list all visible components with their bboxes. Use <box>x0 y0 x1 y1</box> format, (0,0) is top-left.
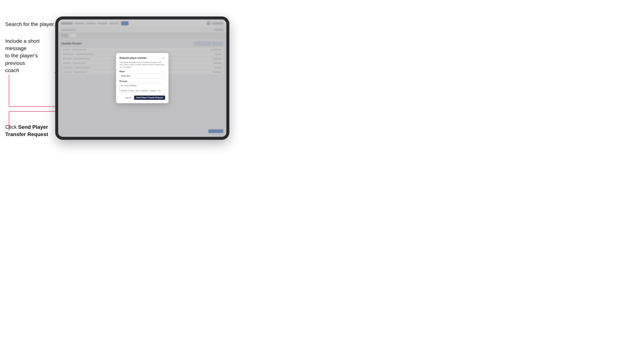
modal-description: If the player is transferring from anoth… <box>120 61 165 68</box>
transfer-request-modal: Request player transfer ✕ If the player … <box>116 53 168 103</box>
modal-header: Request player transfer ✕ <box>120 56 165 59</box>
send-transfer-button[interactable]: Send Player Transfer Request <box>134 96 165 100</box>
annotation-click: Click Send Player Transfer Request <box>5 123 54 138</box>
player-label: Player <box>120 70 165 73</box>
tablet-screen: Update Roster <box>58 19 226 137</box>
modal-title: Request player transfer <box>120 56 146 59</box>
message-textarea[interactable]: Hi Coach McHarg, Please accept this tran… <box>120 83 165 93</box>
player-input[interactable] <box>120 73 165 78</box>
modal-overlay: Request player transfer ✕ If the player … <box>58 19 226 137</box>
annotation-search: Search for the player. <box>5 20 55 28</box>
tablet-device: Update Roster <box>55 16 229 140</box>
annotation-message: Include a short message to the player's … <box>5 37 54 74</box>
close-icon[interactable]: ✕ <box>162 56 165 59</box>
cancel-button[interactable]: Cancel <box>123 96 132 100</box>
message-label: Message <box>120 80 165 82</box>
modal-footer: Cancel Send Player Transfer Request <box>120 96 165 100</box>
